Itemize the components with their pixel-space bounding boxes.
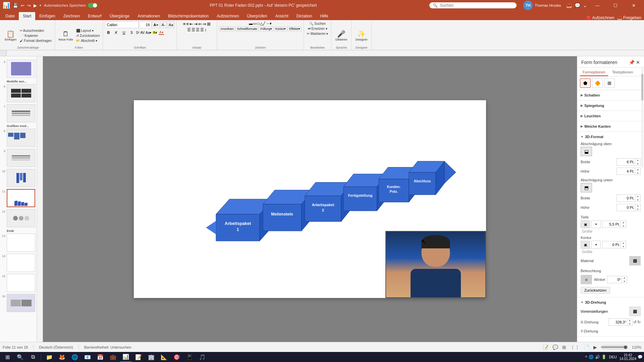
tab-ansicht[interactable]: Ansicht [271, 12, 292, 20]
notes-toggle[interactable]: 📝 [543, 345, 548, 350]
fuellung-button[interactable]: Füllung▾ [259, 26, 273, 31]
beleuchtung-preset-btn[interactable]: ⊙ [581, 275, 592, 284]
slide-6-img[interactable] [7, 84, 35, 102]
view-slide-sorter[interactable]: ⋮⋮ [570, 345, 580, 350]
kontur-groesse-input[interactable] [602, 243, 621, 247]
battery-icon[interactable]: 🔋 [601, 355, 606, 359]
abschraegung-oben-preset-btn[interactable]: ⬓ [581, 147, 592, 156]
slide-thumb-11[interactable]: 11 [1, 189, 35, 207]
breite-oben-up[interactable]: ▲ [635, 158, 640, 162]
slide-thumb-13[interactable]: 13 [1, 234, 35, 252]
kontur-groesse-spinbox[interactable]: ▲ ▼ [602, 241, 626, 248]
weiche-kanten-header[interactable]: ▶ Weiche Kanten [581, 123, 641, 129]
panel-effect-icon-btn[interactable]: 🔶 [592, 78, 603, 88]
x-rotate-left-btn[interactable]: ↺ [633, 320, 637, 324]
unordered-list-button[interactable]: ≡ [183, 21, 186, 26]
hoehe-unten-spinbox[interactable]: ▲ ▼ [616, 204, 641, 211]
ordered-list-button[interactable]: ≡ [186, 21, 189, 26]
aufzeichnen-button[interactable]: 🔴 Aufzeichnen [586, 15, 614, 20]
tiefe-groesse-spinbox[interactable]: ▲ ▼ [602, 221, 626, 228]
taskbar-explorer[interactable]: 📁 [43, 352, 55, 362]
tiefe-color-btn[interactable]: ▣ [581, 220, 590, 228]
font-decrease-button[interactable]: A- [160, 21, 167, 28]
tab-hilfe[interactable]: Hilfe [316, 12, 332, 20]
slide-thumb-12[interactable]: 12 [1, 209, 35, 227]
minimize-button[interactable]: — [590, 0, 605, 11]
taskbar-app5[interactable]: 🎵 [196, 352, 208, 362]
slide-10-img[interactable] [7, 169, 35, 187]
taskbar-app2[interactable]: 📐 [158, 352, 170, 362]
tab-start[interactable]: Start [19, 12, 35, 20]
tab-ueberpruefen[interactable]: Überprüfen [243, 12, 271, 20]
slide-8-img[interactable] [7, 129, 35, 147]
customize-quick-access[interactable]: ▾ [39, 3, 42, 8]
arrow-shape[interactable]: → [266, 21, 269, 26]
clear-format-button[interactable]: Aa [167, 21, 174, 28]
tab-textoptionen[interactable]: Textoptionen [609, 69, 636, 76]
bold-button[interactable]: B [105, 29, 112, 36]
search-taskbar-button[interactable]: 🔍 [14, 352, 26, 362]
markieren-button[interactable]: ✏ Markieren ▾ [306, 32, 329, 36]
tab-animationen[interactable]: Animationen [133, 12, 164, 20]
columns-button[interactable]: ⊞ [207, 21, 211, 26]
slide-thumb-9[interactable]: 9 [1, 149, 35, 167]
save-button[interactable]: 💾 [12, 2, 19, 9]
taskbar-powerpoint[interactable]: 📊 [120, 352, 132, 362]
italic-button[interactable]: K [113, 29, 119, 36]
close-button[interactable]: ✕ [626, 0, 641, 11]
start-button[interactable]: ⊞ [1, 352, 13, 362]
format-uebertragen-button[interactable]: 🖌 Format übertragen [19, 39, 53, 43]
taskbar-calendar[interactable]: 📅 [94, 352, 106, 362]
slide-13-img[interactable] [7, 234, 35, 252]
comments-toggle[interactable]: 💬 [552, 345, 558, 350]
align-left-button[interactable]: ☰ [187, 27, 191, 32]
taskbar-teams[interactable]: 💼 [107, 352, 119, 362]
tiefe-up[interactable]: ▲ [621, 221, 626, 224]
hoehe-oben-spinbox[interactable]: ▲ ▼ [616, 168, 641, 175]
tab-bildschirmpraesentation[interactable]: Bildschirmpräsentation [164, 12, 213, 20]
neue-folie-button[interactable]: 🗒 Neue Folie [57, 26, 74, 46]
layout-button[interactable]: ⬛ Layout ▾ [75, 28, 101, 33]
decrease-indent-button[interactable]: ⇤ [190, 21, 193, 26]
tiefe-dropdown[interactable]: ▾ [591, 220, 601, 228]
hoehe-oben-up[interactable]: ▲ [635, 168, 640, 171]
slide-thumb-14[interactable]: 14 [1, 254, 35, 272]
strikethrough-button[interactable]: S [128, 29, 135, 36]
line-shape[interactable]: ╱ [263, 21, 265, 26]
font-spacing-button[interactable]: AV [140, 31, 145, 35]
font-case-button[interactable]: Aa▾ [146, 31, 151, 35]
slide-thumb-16[interactable]: 16 [1, 294, 35, 312]
tab-dictation[interactable]: Dictation [292, 12, 316, 20]
x-drehung-input[interactable] [609, 320, 627, 324]
reset-button[interactable]: Zurücksetzen [581, 287, 610, 294]
view-reading[interactable]: 📄 [584, 345, 589, 350]
suchen-button[interactable]: 🔍 Suchen [308, 21, 327, 26]
anordnen-button[interactable]: Anordnen [219, 26, 235, 31]
taskbar-app4[interactable]: 📱 [183, 352, 196, 362]
breite-oben-down[interactable]: ▼ [635, 162, 640, 166]
panel-3d-icon-btn[interactable]: ⊞ [604, 78, 615, 88]
taskbar-firefox[interactable]: 🦊 [56, 352, 68, 362]
tab-entwurf[interactable]: Entwurf [84, 12, 106, 20]
taskbar-outlook[interactable]: 📧 [82, 352, 94, 362]
hoehe-unten-up[interactable]: ▲ [635, 204, 640, 207]
underline-button[interactable]: U [120, 29, 127, 36]
volume-icon[interactable]: 🔊 [595, 355, 600, 359]
tiefe-groesse-input[interactable] [602, 222, 621, 226]
slide-16-img[interactable] [7, 294, 35, 312]
schnellformate-button[interactable]: Schnellformate [235, 26, 258, 31]
oval-shape[interactable]: ⬭ [257, 21, 260, 26]
rounded-rect-shape[interactable]: ▭ [253, 21, 256, 26]
share-icon[interactable]: 📤 [566, 3, 572, 8]
schatten-header[interactable]: ▶ Schatten [581, 92, 641, 98]
presentation-start-button[interactable]: ▶ [33, 2, 38, 9]
notification-icon[interactable]: 💬 [638, 355, 643, 359]
ribbon-toggle-icon[interactable]: ⌄ [583, 3, 587, 8]
kontur-dropdown[interactable]: ▾ [591, 241, 601, 249]
autosave-toggle[interactable] [88, 3, 97, 8]
slide-thumb-6[interactable]: 6 [1, 84, 35, 102]
slide-thumb-8[interactable]: 8 [1, 129, 35, 147]
slide-thumb-5[interactable]: 5 [1, 60, 35, 78]
kopieren-button[interactable]: 📄 Kopieren [19, 34, 53, 38]
maximize-button[interactable]: ☐ [608, 0, 623, 11]
